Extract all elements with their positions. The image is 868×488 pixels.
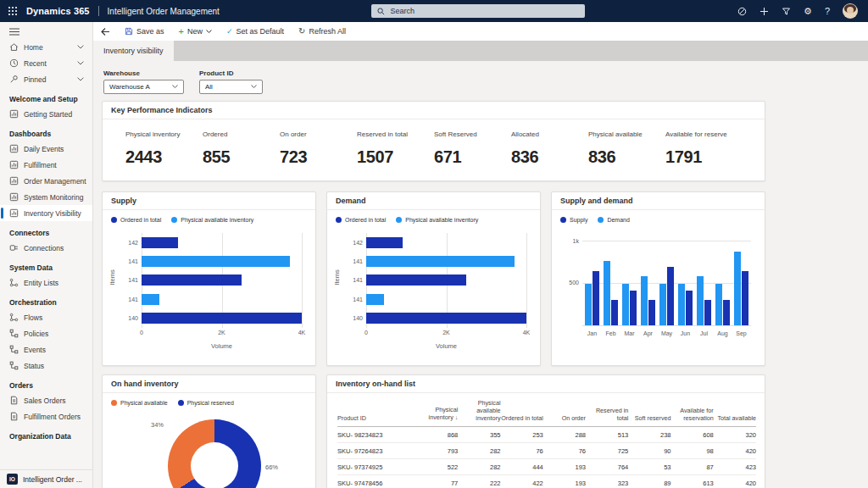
bar-ordered-in-total[interactable] xyxy=(142,313,302,324)
sidebar-item-pinned[interactable]: Pinned xyxy=(0,71,92,87)
bar-physical-available-inventory[interactable] xyxy=(142,294,159,305)
kpi-physical-inventory: Physical inventory2443 xyxy=(125,130,203,167)
table-cell: 420 xyxy=(714,475,756,488)
bar-physical-available-inventory[interactable] xyxy=(366,294,384,305)
table-cell: 193 xyxy=(543,475,586,488)
hamburger-menu-icon[interactable] xyxy=(0,22,92,39)
dashboard-icon xyxy=(9,208,19,218)
kpi-on-order: On order723 xyxy=(280,130,357,167)
sidebar-item-recent[interactable]: Recent xyxy=(0,55,92,71)
table-row[interactable]: SKU- 974784567722242219332389613420 xyxy=(337,475,756,488)
sidebar-item-status[interactable]: Status xyxy=(0,358,92,374)
table-row[interactable]: SKU- 9726482379328276767259098420 xyxy=(337,443,756,459)
bar-supply[interactable] xyxy=(723,300,730,325)
bar-supply[interactable] xyxy=(742,271,748,325)
column-header-soft-reserved[interactable]: Soft reserved xyxy=(628,396,670,427)
chart-title: On hand inventory xyxy=(103,375,315,393)
bar-demand[interactable] xyxy=(697,276,704,325)
help-icon[interactable]: ? xyxy=(825,7,830,16)
bar-demand[interactable] xyxy=(622,284,629,326)
table-cell: SKU- 98234823 xyxy=(337,427,415,443)
chart-legend: Ordered in total Physical available inve… xyxy=(327,210,540,225)
sidebar-item-inventory-visibility[interactable]: Inventory Visibility xyxy=(0,205,92,221)
bar-ordered-in-total[interactable] xyxy=(366,313,526,324)
donut-chart[interactable] xyxy=(168,419,261,488)
set-as-default-button[interactable]: Set as Default xyxy=(226,27,284,36)
product-id-value: All xyxy=(205,83,213,91)
bar-ordered-in-total[interactable] xyxy=(142,237,178,248)
new-button[interactable]: New xyxy=(179,27,212,36)
sidebar-item-order-management[interactable]: Order Management xyxy=(0,173,92,189)
brand-title[interactable]: Dynamics 365 xyxy=(26,6,90,16)
settings-gear-icon[interactable]: ⚙ xyxy=(804,7,812,16)
search-input[interactable]: Search xyxy=(371,4,585,18)
bar-physical-available-inventory[interactable] xyxy=(366,256,515,267)
bar-row: 142 xyxy=(366,233,526,252)
bar-supply[interactable] xyxy=(630,291,637,325)
kpi-ordered: Ordered855 xyxy=(203,130,280,167)
x-tick-label: 0 xyxy=(364,330,368,336)
table-row[interactable]: SKU- 98234823868355253288513238608320 xyxy=(337,427,756,443)
sidebar-item-fulfillment[interactable]: Fulfillment xyxy=(0,157,92,173)
warehouse-select[interactable]: Warehouse A xyxy=(103,80,184,94)
app-launcher-icon[interactable] xyxy=(8,6,18,16)
bar-ordered-in-total[interactable] xyxy=(366,274,466,286)
column-header-physical-available-inventory[interactable]: Physical available inventory xyxy=(458,396,500,427)
bar-demand[interactable] xyxy=(641,276,648,325)
warehouse-value: Warehouse A xyxy=(109,83,150,91)
sidebar-item-system-monitoring[interactable]: System Monitoring xyxy=(0,189,92,205)
sidebar-item-daily-events[interactable]: Daily Events xyxy=(0,141,92,157)
column-header-reserved-in-total[interactable]: Reserved in total xyxy=(586,396,628,427)
bar-demand[interactable] xyxy=(734,252,741,325)
filter-icon[interactable] xyxy=(782,7,791,16)
kpi-value: 836 xyxy=(511,147,588,167)
sidebar-item-policies[interactable]: Policies xyxy=(0,325,92,341)
app-name[interactable]: Intelligent Order Management xyxy=(108,7,220,16)
chevron-down-icon xyxy=(77,77,84,81)
sidebar-item-getting-started[interactable]: Getting Started xyxy=(0,106,92,122)
sidebar-item-events[interactable]: Events xyxy=(0,341,92,358)
avatar[interactable] xyxy=(843,3,858,19)
supply-and-demand-chart: 5001kJanFebMarAprMayJunJulAugSep xyxy=(582,241,751,326)
column-header-ordered-in-total[interactable]: Ordered in total xyxy=(501,396,543,427)
sidebar-item-sales-orders[interactable]: Sales Orders xyxy=(0,392,92,408)
column-header-product-id[interactable]: Product ID xyxy=(337,396,415,427)
sidebar-item-connections[interactable]: Connections xyxy=(0,240,92,256)
sidebar-item-flows[interactable]: Flows xyxy=(0,309,92,325)
bar-supply[interactable] xyxy=(648,300,655,325)
column-header-total-available[interactable]: Total available xyxy=(714,396,756,427)
table-cell: SKU- 97374925 xyxy=(337,459,415,475)
bar-supply[interactable] xyxy=(667,267,674,325)
bar-supply[interactable] xyxy=(593,271,599,325)
sidebar-nav: HomeRecentPinnedWelcome and SetupGetting… xyxy=(0,39,92,441)
sidebar-item-fulfillment-orders[interactable]: Fulfillment Orders xyxy=(0,408,92,424)
bar-supply[interactable] xyxy=(611,300,618,325)
bar-supply[interactable] xyxy=(704,300,711,325)
bar-demand[interactable] xyxy=(715,284,722,326)
bar-demand[interactable] xyxy=(604,261,610,325)
bar-demand[interactable] xyxy=(659,284,666,326)
add-icon[interactable] xyxy=(760,7,769,16)
bar-ordered-in-total[interactable] xyxy=(142,274,242,286)
sidebar-item-entity-lists[interactable]: Entity Lists xyxy=(0,274,92,291)
table-row[interactable]: SKU- 973749255222824441937645387423 xyxy=(337,459,756,475)
back-button[interactable] xyxy=(101,27,110,36)
product-id-select[interactable]: All xyxy=(199,80,263,94)
sidebar-item-label: Home xyxy=(24,43,43,52)
column-header-available-for-reservation[interactable]: Available for reservation xyxy=(671,396,714,427)
dynamics365-dashboard: { "topbar": { "brand": "Dynamics 365", "… xyxy=(0,0,868,488)
compass-icon[interactable] xyxy=(737,7,747,16)
bar-demand[interactable] xyxy=(585,284,592,326)
bar-ordered-in-total[interactable] xyxy=(366,237,403,248)
x-tick-label: May xyxy=(661,330,672,336)
sidebar-item-intelligent-order[interactable]: IO Intelligent Order ... xyxy=(0,469,92,488)
refresh-all-button[interactable]: Refresh All xyxy=(298,27,346,36)
bar-physical-available-inventory[interactable] xyxy=(142,256,290,267)
bar-supply[interactable] xyxy=(686,291,693,325)
save-as-button[interactable]: Save as xyxy=(125,27,164,36)
column-header-on-order[interactable]: On order xyxy=(543,396,586,427)
tab-inventory-visibility[interactable]: Inventory visibility xyxy=(93,41,174,61)
sidebar-item-home[interactable]: Home xyxy=(0,39,92,55)
bar-demand[interactable] xyxy=(678,284,685,326)
column-header-physical-inventory[interactable]: Physical inventory↓ xyxy=(415,396,458,427)
